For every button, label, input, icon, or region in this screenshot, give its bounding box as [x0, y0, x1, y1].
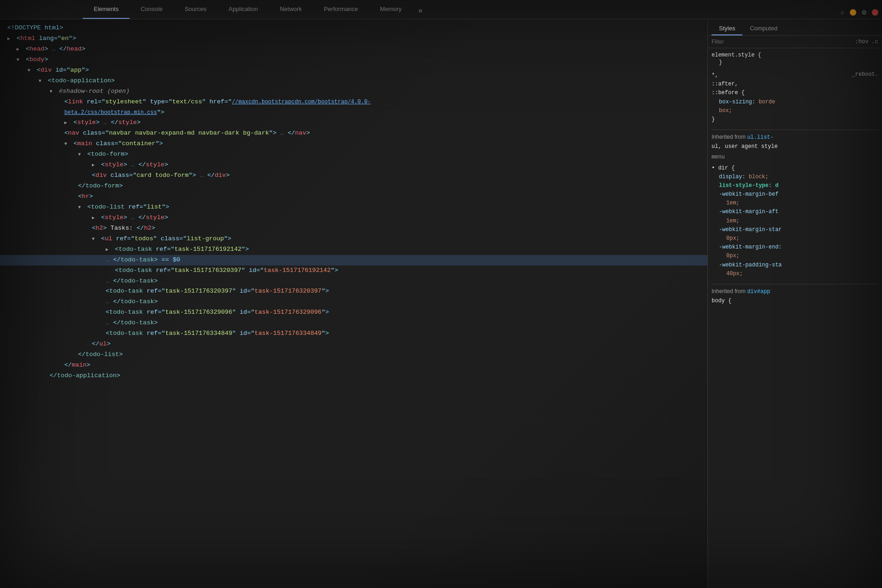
notification-dot-yellow	[850, 9, 856, 16]
dir-block: display: block; list-style-type: d -webk…	[712, 173, 878, 278]
html-line-ul-close: </ul>	[0, 339, 707, 350]
html-line-div-card: <div class="card todo-form"> … </div>	[0, 170, 707, 181]
tab-application[interactable]: Application	[218, 0, 269, 19]
star-icon[interactable]: ☆	[838, 6, 847, 19]
element-style-block: }	[712, 59, 878, 66]
inherited-source-ul: ul.list-	[747, 134, 774, 141]
tab-elements[interactable]: Elements	[83, 0, 130, 19]
html-line-todo-form-open: ▼ <todo-form>	[0, 149, 707, 160]
margin-after-value: 1em;	[719, 217, 878, 226]
html-line-todo-task-1-open: ▶ <todo-task ref="task-1517176192142">	[0, 244, 707, 255]
before-selector: ::before {	[712, 89, 878, 97]
html-line-hr: <hr>	[0, 192, 707, 202]
html-line-h2: <h2> Tasks: </h2>	[0, 223, 707, 234]
webkit-padding-start: -webkit-padding-sta	[719, 261, 878, 270]
tab-bar: Elements Console Sources Application Net…	[0, 0, 882, 19]
box-value: box;	[712, 107, 878, 115]
html-line-main-close: </main>	[0, 360, 707, 371]
triangle-style3[interactable]: ▶	[92, 214, 97, 222]
notification-dot-red	[872, 9, 878, 16]
styles-tabs: Styles Computed	[708, 19, 882, 36]
style-rule-dir: • dir { display: block; list-style-type:…	[712, 164, 878, 278]
triangle-todo-form[interactable]: ▼	[78, 151, 84, 158]
tab-network[interactable]: Network	[269, 0, 313, 19]
styles-filter-bar: :hov .c	[708, 36, 882, 48]
triangle-shadow-root[interactable]: ▼	[50, 88, 55, 96]
triangle-html[interactable]: ▶	[7, 35, 13, 43]
html-line-todo-app: ▼ <todo-application>	[0, 76, 707, 86]
html-line-todo-form-close: </todo-form>	[0, 181, 707, 192]
webkit-margin-after: -webkit-margin-aft	[719, 208, 878, 216]
html-line-todo-app-close: </todo-application>	[0, 371, 707, 381]
tab-sources[interactable]: Sources	[174, 0, 218, 19]
triangle-head[interactable]: ▶	[17, 45, 22, 53]
star-close-brace: }	[712, 115, 878, 124]
triangle-main[interactable]: ▼	[64, 140, 70, 148]
triangle-div-app[interactable]: ▼	[28, 67, 33, 74]
triangle-todo-list[interactable]: ▼	[78, 204, 84, 211]
triangle-style2[interactable]: ▶	[92, 161, 97, 169]
style-rule-element: element.style { }	[712, 52, 878, 66]
html-line-div-app: ▼ <div id="app">	[0, 65, 707, 76]
html-line-todo-list-close: </todo-list>	[0, 350, 707, 360]
html-line-main: ▼ <main class="container">	[0, 139, 707, 149]
box-sizing-prop: box-sizing: borde	[712, 98, 878, 107]
html-line-link: <link rel="stylesheet" type="text/css" h…	[0, 97, 413, 118]
styles-filter-input[interactable]	[712, 39, 852, 45]
html-line-todo-task-4-open: <todo-task ref="task-1517176329096" id="…	[0, 307, 413, 318]
dir-selector: • dir {	[712, 164, 878, 173]
html-line-shadow-root: ▼ #shadow-root (open)	[0, 86, 707, 97]
webkit-margin-end: -webkit-margin-end:	[719, 243, 878, 252]
html-line-todo-task-2-close: … </todo-task>	[0, 276, 707, 287]
list-style-prop: list-style-type: d	[719, 181, 878, 190]
padding-start-value: 40px;	[719, 270, 878, 278]
top-icons: ☆ ⚙	[838, 6, 882, 19]
triangle-ul[interactable]: ▼	[92, 235, 97, 243]
html-line-todo-list-open: ▼ <todo-list ref="list">	[0, 202, 707, 213]
display-prop: display: block;	[719, 173, 878, 181]
html-line-todo-task-3-open: <todo-task ref="task-1517176320397" id="…	[0, 286, 413, 297]
devtools-window: Elements Console Sources Application Net…	[0, 0, 882, 588]
html-line-todo-task-3-close: … </todo-task>	[0, 297, 707, 307]
inherited-from-div: Inherited from div#app	[712, 284, 878, 295]
inherited-source-div: div#app	[747, 288, 770, 295]
tab-computed[interactable]: Computed	[742, 22, 785, 35]
triangle-todo-task-1[interactable]: ▶	[106, 246, 111, 254]
tab-console[interactable]: Console	[130, 0, 174, 19]
style-rule-star: _reboot. *, ::after, ::before { box-sizi…	[712, 71, 878, 124]
main-content: <!DOCTYPE html> ▶ <html lang="en"> ▶ <he…	[0, 19, 882, 588]
element-style-selector: element.style {	[712, 52, 878, 58]
margin-start-value: 0px;	[719, 234, 878, 243]
pseudo-filter[interactable]: :hov .c	[855, 39, 878, 45]
ul-agent-style: ul, user agent style	[712, 142, 878, 151]
webkit-margin-start: -webkit-margin-star	[719, 226, 878, 234]
elements-scroll[interactable]: <!DOCTYPE html> ▶ <html lang="en"> ▶ <he…	[0, 23, 707, 584]
styles-content: element.style { } _reboot. *, ::after,	[708, 48, 882, 588]
html-line-nav: <nav class="navbar navbar-expand-md navb…	[0, 128, 413, 139]
html-line-style1: ▶ <style> … </style>	[0, 118, 707, 128]
after-selector: ::after,	[712, 80, 878, 89]
margin-end-value: 0px;	[719, 252, 878, 260]
html-line-todo-task-1-close: … </todo-task> == $0	[0, 255, 707, 266]
html-line-body: ▼ <body>	[0, 55, 707, 65]
html-line-todo-task-5-open: <todo-task ref="task-1517176334849" id="…	[0, 328, 413, 339]
html-line-html: ▶ <html lang="en">	[0, 34, 707, 44]
html-line-doctype: <!DOCTYPE html>	[0, 23, 707, 34]
source-label: _reboot.	[852, 71, 878, 78]
tab-performance[interactable]: Performance	[313, 0, 369, 19]
html-line-todo-task-2-open: <todo-task ref="task-1517176320397" id="…	[0, 266, 413, 276]
webkit-margin-before: -webkit-margin-bef	[719, 190, 878, 199]
html-line-ul: ▼ <ul ref="todos" class="list-group">	[0, 234, 707, 244]
triangle-todo-app[interactable]: ▼	[39, 77, 44, 85]
inherited-from-ul: Inherited from ul.list-	[712, 130, 878, 141]
tab-more-button[interactable]: »	[413, 3, 428, 19]
triangle-body[interactable]: ▼	[17, 56, 22, 64]
html-line-style2: ▶ <style> … </style>	[0, 160, 707, 170]
tab-styles[interactable]: Styles	[712, 22, 742, 35]
html-line-style3: ▶ <style> … </style>	[0, 213, 707, 223]
body-selector: body {	[712, 297, 878, 305]
html-line-head: ▶ <head> … </head>	[0, 44, 707, 55]
tab-memory[interactable]: Memory	[369, 0, 413, 19]
settings-icon[interactable]: ⚙	[860, 6, 868, 19]
triangle-style1[interactable]: ▶	[64, 119, 70, 127]
